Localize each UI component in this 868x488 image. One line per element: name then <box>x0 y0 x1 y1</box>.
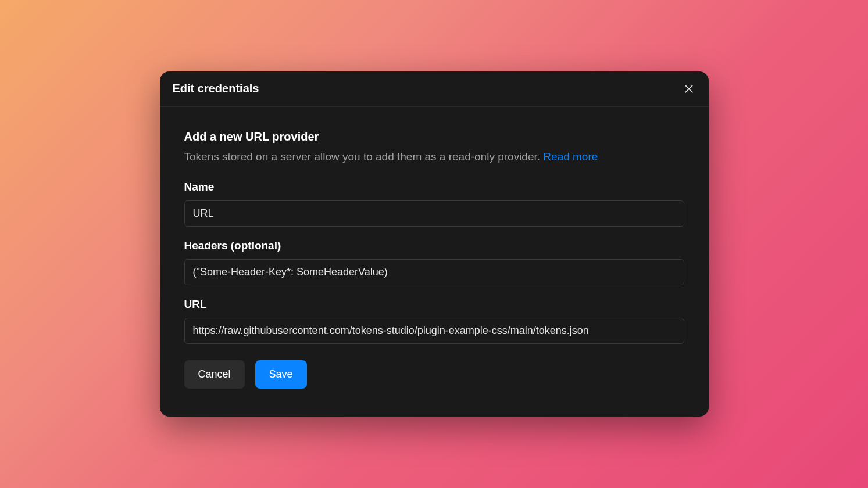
headers-field-group: Headers (optional) <box>184 239 684 285</box>
description-text: Tokens stored on a server allow you to a… <box>184 150 544 163</box>
section-description: Tokens stored on a server allow you to a… <box>184 149 684 165</box>
url-input[interactable] <box>184 318 684 344</box>
url-label: URL <box>184 298 684 311</box>
modal-header: Edit credentials <box>160 71 709 107</box>
name-label: Name <box>184 181 684 193</box>
modal-title: Edit credentials <box>173 82 259 95</box>
name-field-group: Name <box>184 181 684 227</box>
close-icon <box>683 83 695 95</box>
edit-credentials-modal: Edit credentials Add a new URL provider … <box>160 71 709 417</box>
modal-body: Add a new URL provider Tokens stored on … <box>160 107 709 417</box>
url-field-group: URL <box>184 298 684 344</box>
save-button[interactable]: Save <box>255 360 307 389</box>
cancel-button[interactable]: Cancel <box>184 360 245 389</box>
name-input[interactable] <box>184 200 684 227</box>
section-title: Add a new URL provider <box>184 130 684 143</box>
headers-input[interactable] <box>184 259 684 285</box>
headers-label: Headers (optional) <box>184 239 684 252</box>
read-more-link[interactable]: Read more <box>543 150 598 163</box>
close-button[interactable] <box>682 82 696 96</box>
button-row: Cancel Save <box>184 360 684 389</box>
